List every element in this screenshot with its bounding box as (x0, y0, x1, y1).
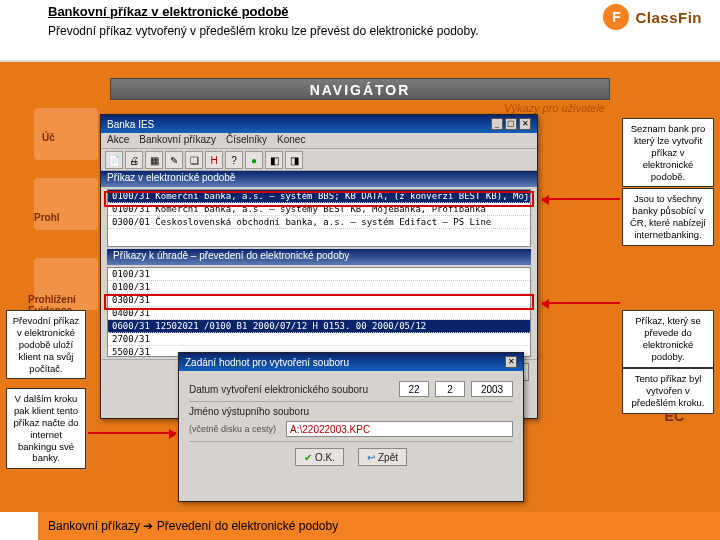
bg-tile-label: Úč (42, 132, 55, 143)
callout-note: Převodní příkaz v elektronické podobě ul… (6, 310, 86, 379)
divider (189, 401, 513, 402)
bg-tile-label: Prohl (34, 212, 60, 223)
navigator-subtitle: Výkazy pro uživatele (504, 102, 605, 114)
breadcrumb-text: Bankovní příkazy ➔ Převedení do elektron… (48, 519, 338, 533)
callout-note: Příkaz, který se převede do elektronické… (622, 310, 714, 368)
brand-logo: F ClassFin (603, 4, 702, 30)
menubar: Akce Bankovní příkazy Číselníky Konec (101, 133, 537, 149)
panel-title: Příkazy k úhradě – převedení do elektron… (107, 249, 531, 265)
maximize-button[interactable]: ▢ (505, 118, 517, 130)
toolbar-right-icon[interactable]: ◨ (285, 151, 303, 169)
dialog-title: Zadání hodnot pro vytvoření souboru (185, 357, 349, 368)
callout-arrow (542, 302, 620, 304)
order-list[interactable]: 0100/31 0100/31 0300/31 (107, 267, 531, 357)
list-item[interactable]: 0300/01 Československá obchodní banka, a… (108, 216, 530, 229)
panel-title: Příkaz v elektronické podobě (101, 171, 537, 187)
divider (189, 441, 513, 442)
list-item[interactable]: 2700/31 (108, 333, 530, 346)
window-titlebar[interactable]: Banka IES _ ▢ ✕ (101, 115, 537, 133)
callout-note: V dalším kroku pak klient tento příkaz n… (6, 388, 86, 469)
toolbar-h-icon[interactable]: H (205, 151, 223, 169)
list-item[interactable]: 0100/31 Komerční banka, a.s. – systém BB… (108, 190, 530, 203)
menu-item[interactable]: Bankovní příkazy (139, 134, 216, 147)
list-item[interactable]: 0100/31 (108, 281, 530, 294)
callout-note: Jsou to všechny banky působící v ČR, kte… (622, 188, 714, 246)
callout-arrow (88, 432, 176, 434)
toolbar-dot-icon[interactable]: ● (245, 151, 263, 169)
stage: Úč Prohl Prohlížení Evidence EC NAVIGÁTO… (0, 62, 720, 540)
field-label: Jméno výstupního souboru (189, 406, 309, 417)
close-button[interactable]: ✕ (505, 356, 517, 368)
toolbar-left-icon[interactable]: ◧ (265, 151, 283, 169)
close-button[interactable]: ✕ (519, 118, 531, 130)
list-item[interactable]: 0300/31 (108, 294, 530, 307)
window-title: Banka IES (107, 119, 154, 130)
ok-button[interactable]: ✔O.K. (295, 448, 344, 466)
list-item[interactable]: 0400/31 (108, 307, 530, 320)
filepath-input[interactable] (286, 421, 513, 437)
minimize-button[interactable]: _ (491, 118, 503, 130)
menu-item[interactable]: Konec (277, 134, 305, 147)
brand-logo-text: ClassFin (635, 9, 702, 26)
field-hint: (včetně disku a cesty) (189, 424, 276, 434)
back-button[interactable]: ↩Zpět (358, 448, 407, 466)
menu-item[interactable]: Číselníky (226, 134, 267, 147)
toolbar-help-icon[interactable]: ? (225, 151, 243, 169)
check-icon: ✔ (304, 452, 312, 463)
field-label: Datum vytvoření elektronického souboru (189, 384, 368, 395)
breadcrumb-lead (0, 512, 38, 540)
date-day-input[interactable] (399, 381, 429, 397)
page-header: Bankovní příkaz v elektronické podobě Př… (0, 0, 720, 62)
export-dialog: Zadání hodnot pro vytvoření souboru ✕ Da… (178, 352, 524, 502)
list-item[interactable]: 0600/31 12502021 /0100 B1 2000/07/12 H 0… (108, 320, 530, 333)
brand-logo-icon: F (603, 4, 629, 30)
toolbar-copy-icon[interactable]: ❏ (185, 151, 203, 169)
list-item[interactable]: 0100/31 (108, 268, 530, 281)
toolbar-grid-icon[interactable]: ▦ (145, 151, 163, 169)
back-icon: ↩ (367, 452, 375, 463)
callout-note: Seznam bank pro který lze vytvořit příka… (622, 118, 714, 187)
toolbar-print-icon[interactable]: 🖨 (125, 151, 143, 169)
callout-note: Tento příkaz byl vytvořen v předešlém kr… (622, 368, 714, 414)
date-year-input[interactable] (471, 381, 513, 397)
page-subtitle: Převodní příkaz vytvořený v předešlém kr… (48, 24, 479, 38)
toolbar-new-icon[interactable]: 📄 (105, 151, 123, 169)
menu-item[interactable]: Akce (107, 134, 129, 147)
callout-arrow (542, 198, 620, 200)
navigator-bar: NAVIGÁTOR (110, 78, 610, 100)
toolbar: 📄 🖨 ▦ ✎ ❏ H ? ● ◧ ◨ (101, 149, 537, 171)
dialog-titlebar[interactable]: Zadání hodnot pro vytvoření souboru ✕ (179, 353, 523, 371)
breadcrumb: Bankovní příkazy ➔ Převedení do elektron… (0, 512, 720, 540)
page-title[interactable]: Bankovní příkaz v elektronické podobě (48, 4, 289, 19)
list-item[interactable]: 0100/31 Komerční banka, a.s. – systémy B… (108, 203, 530, 216)
date-month-input[interactable] (435, 381, 465, 397)
toolbar-edit-icon[interactable]: ✎ (165, 151, 183, 169)
bank-list[interactable]: 0100/31 Komerční banka, a.s. – systém BB… (107, 189, 531, 247)
